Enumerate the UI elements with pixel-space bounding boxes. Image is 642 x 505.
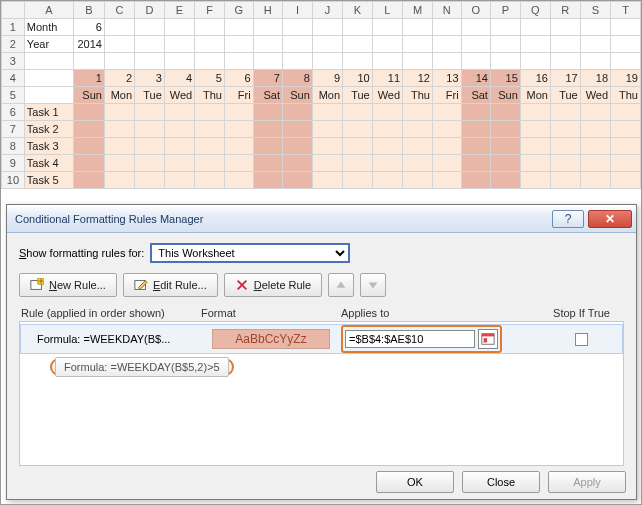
show-for-combo[interactable]: This Worksheet bbox=[150, 243, 350, 263]
cell[interactable]: Thu bbox=[611, 87, 641, 104]
cell[interactable] bbox=[74, 155, 105, 172]
cell[interactable] bbox=[461, 19, 490, 36]
cell[interactable] bbox=[282, 19, 312, 36]
cell[interactable]: 11 bbox=[372, 70, 402, 87]
cell[interactable] bbox=[343, 138, 373, 155]
cell[interactable] bbox=[74, 53, 105, 70]
cell[interactable] bbox=[135, 53, 165, 70]
cell[interactable] bbox=[490, 155, 520, 172]
cell[interactable] bbox=[432, 155, 461, 172]
cell[interactable] bbox=[312, 104, 342, 121]
cell[interactable] bbox=[195, 36, 225, 53]
cell[interactable] bbox=[164, 155, 194, 172]
cell[interactable] bbox=[520, 19, 550, 36]
cell[interactable] bbox=[253, 36, 282, 53]
cell[interactable] bbox=[372, 138, 402, 155]
cell[interactable] bbox=[550, 138, 580, 155]
cell[interactable]: 2014 bbox=[74, 36, 105, 53]
row-header[interactable]: 6 bbox=[2, 104, 25, 121]
cell[interactable]: Sun bbox=[74, 87, 105, 104]
cell[interactable] bbox=[611, 155, 641, 172]
cell[interactable]: Thu bbox=[195, 87, 225, 104]
cell[interactable] bbox=[550, 121, 580, 138]
cell[interactable] bbox=[490, 104, 520, 121]
cell[interactable]: Wed bbox=[580, 87, 610, 104]
cell[interactable] bbox=[104, 104, 134, 121]
cell[interactable] bbox=[253, 19, 282, 36]
cell[interactable] bbox=[164, 36, 194, 53]
cell[interactable] bbox=[611, 121, 641, 138]
cell[interactable]: Sat bbox=[253, 87, 282, 104]
cell[interactable]: Fri bbox=[432, 87, 461, 104]
cell[interactable] bbox=[195, 53, 225, 70]
cell[interactable] bbox=[520, 138, 550, 155]
cell[interactable] bbox=[164, 104, 194, 121]
col-header[interactable]: O bbox=[461, 2, 490, 19]
cell[interactable] bbox=[432, 104, 461, 121]
cell[interactable]: Sun bbox=[490, 87, 520, 104]
cell[interactable]: Mon bbox=[312, 87, 342, 104]
cell[interactable] bbox=[611, 172, 641, 189]
col-header[interactable]: K bbox=[343, 2, 373, 19]
cell[interactable] bbox=[461, 53, 490, 70]
cell[interactable] bbox=[253, 138, 282, 155]
cell[interactable] bbox=[580, 155, 610, 172]
cell[interactable] bbox=[312, 172, 342, 189]
cell[interactable] bbox=[312, 19, 342, 36]
cell[interactable]: 9 bbox=[312, 70, 342, 87]
cell[interactable]: 14 bbox=[461, 70, 490, 87]
cell[interactable] bbox=[164, 172, 194, 189]
cell[interactable] bbox=[135, 104, 165, 121]
cell[interactable] bbox=[403, 155, 433, 172]
cell[interactable] bbox=[520, 172, 550, 189]
cell[interactable] bbox=[104, 19, 134, 36]
cell[interactable]: Tue bbox=[135, 87, 165, 104]
cell[interactable]: Sat bbox=[461, 87, 490, 104]
row-header[interactable]: 3 bbox=[2, 53, 25, 70]
cell[interactable] bbox=[580, 172, 610, 189]
col-header[interactable]: H bbox=[253, 2, 282, 19]
cell[interactable] bbox=[403, 19, 433, 36]
cell[interactable]: Sun bbox=[282, 87, 312, 104]
cell[interactable] bbox=[611, 19, 641, 36]
applies-to-input[interactable] bbox=[345, 330, 475, 348]
cell[interactable] bbox=[343, 53, 373, 70]
cell[interactable] bbox=[74, 121, 105, 138]
cell[interactable] bbox=[104, 36, 134, 53]
cell[interactable] bbox=[550, 155, 580, 172]
cell[interactable] bbox=[372, 155, 402, 172]
cell[interactable] bbox=[550, 172, 580, 189]
col-header[interactable]: R bbox=[550, 2, 580, 19]
cell[interactable] bbox=[282, 138, 312, 155]
col-header[interactable]: E bbox=[164, 2, 194, 19]
cell[interactable] bbox=[372, 172, 402, 189]
cell[interactable] bbox=[224, 19, 253, 36]
col-header[interactable]: Q bbox=[520, 2, 550, 19]
cell[interactable] bbox=[312, 36, 342, 53]
cell[interactable] bbox=[282, 155, 312, 172]
cell[interactable] bbox=[135, 36, 165, 53]
apply-button[interactable]: Apply bbox=[548, 471, 626, 493]
cell[interactable] bbox=[432, 19, 461, 36]
cell[interactable] bbox=[164, 121, 194, 138]
cell[interactable] bbox=[24, 53, 73, 70]
col-header[interactable]: B bbox=[74, 2, 105, 19]
cell[interactable] bbox=[195, 19, 225, 36]
cell[interactable] bbox=[195, 172, 225, 189]
row-header[interactable]: 10 bbox=[2, 172, 25, 189]
cell[interactable]: Task 5 bbox=[24, 172, 73, 189]
cell[interactable] bbox=[135, 19, 165, 36]
cell[interactable] bbox=[224, 172, 253, 189]
row-header[interactable]: 4 bbox=[2, 70, 25, 87]
cell[interactable]: 12 bbox=[403, 70, 433, 87]
cell[interactable]: 19 bbox=[611, 70, 641, 87]
cell[interactable] bbox=[104, 172, 134, 189]
cell[interactable] bbox=[580, 36, 610, 53]
cell[interactable] bbox=[611, 36, 641, 53]
cell[interactable] bbox=[432, 53, 461, 70]
col-header[interactable]: C bbox=[104, 2, 134, 19]
cell[interactable]: 8 bbox=[282, 70, 312, 87]
cell[interactable] bbox=[164, 138, 194, 155]
close-button[interactable]: Close bbox=[462, 471, 540, 493]
cell[interactable] bbox=[312, 53, 342, 70]
